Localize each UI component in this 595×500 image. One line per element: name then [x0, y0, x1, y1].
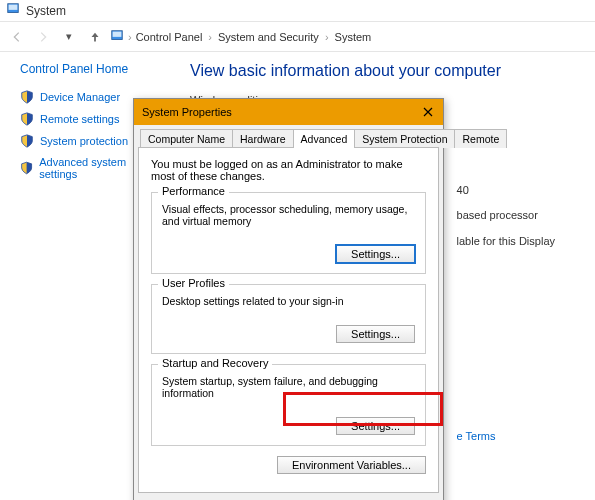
sidebar-item-label: Device Manager: [40, 91, 120, 103]
info-line: based processor: [457, 203, 555, 228]
tab-system-protection[interactable]: System Protection: [354, 129, 455, 148]
shield-icon: [20, 90, 34, 104]
shield-icon: [20, 161, 33, 175]
svg-rect-1: [9, 5, 18, 10]
dialog-intro-text: You must be logged on as an Administrato…: [151, 158, 426, 182]
group-title: Startup and Recovery: [158, 357, 272, 369]
tab-hardware[interactable]: Hardware: [232, 129, 294, 148]
forward-button[interactable]: [32, 26, 54, 48]
tab-remote[interactable]: Remote: [454, 129, 507, 148]
breadcrumb-item[interactable]: System: [335, 31, 372, 43]
terms-link[interactable]: e Terms: [457, 424, 555, 449]
dialog-body: You must be logged on as an Administrato…: [138, 147, 439, 493]
svg-rect-3: [113, 31, 122, 36]
info-line: lable for this Display: [457, 229, 555, 254]
monitor-icon: [110, 29, 124, 45]
group-title: User Profiles: [158, 277, 229, 289]
sidebar-item-label: Remote settings: [40, 113, 119, 125]
tab-advanced[interactable]: Advanced: [293, 129, 356, 148]
shield-icon: [20, 134, 34, 148]
breadcrumb-item[interactable]: System and Security: [218, 31, 319, 43]
environment-variables-button[interactable]: Environment Variables...: [277, 456, 426, 474]
system-info-fragment: 40 based processor lable for this Displa…: [457, 178, 555, 449]
performance-settings-button[interactable]: Settings...: [336, 245, 415, 263]
system-icon: [6, 2, 20, 19]
window-titlebar: System: [0, 0, 595, 22]
shield-icon: [20, 112, 34, 126]
back-button[interactable]: [6, 26, 28, 48]
chevron-right-icon: ›: [128, 31, 132, 43]
group-user-profiles: User Profiles Desktop settings related t…: [151, 284, 426, 354]
dialog-titlebar: System Properties: [134, 99, 443, 125]
chevron-right-icon: ›: [208, 31, 212, 43]
sidebar-item-label: System protection: [40, 135, 128, 147]
group-performance: Performance Visual effects, processor sc…: [151, 192, 426, 274]
dialog-title: System Properties: [142, 106, 232, 118]
window-title: System: [26, 4, 66, 18]
group-description: Visual effects, processor scheduling, me…: [162, 203, 415, 227]
group-title: Performance: [158, 185, 229, 197]
group-description: Desktop settings related to your sign-in: [162, 295, 415, 307]
user-profiles-settings-button[interactable]: Settings...: [336, 325, 415, 343]
group-startup-recovery: Startup and Recovery System startup, sys…: [151, 364, 426, 446]
breadcrumb-item[interactable]: Control Panel: [136, 31, 203, 43]
close-button[interactable]: [421, 105, 435, 119]
system-properties-dialog: System Properties Computer Name Hardware…: [133, 98, 444, 500]
startup-recovery-settings-button[interactable]: Settings...: [336, 417, 415, 435]
info-line: 40: [457, 178, 555, 203]
up-button[interactable]: [84, 26, 106, 48]
page-heading: View basic information about your comput…: [190, 62, 575, 80]
dialog-tabs: Computer Name Hardware Advanced System P…: [134, 125, 443, 148]
tab-computer-name[interactable]: Computer Name: [140, 129, 233, 148]
navbar: ▾ › Control Panel › System and Security …: [0, 22, 595, 52]
breadcrumb: Control Panel › System and Security › Sy…: [136, 31, 372, 43]
sidebar-title[interactable]: Control Panel Home: [20, 62, 160, 76]
chevron-right-icon: ›: [325, 31, 329, 43]
group-description: System startup, system failure, and debu…: [162, 375, 415, 399]
nav-dropdown-icon[interactable]: ▾: [58, 26, 80, 48]
